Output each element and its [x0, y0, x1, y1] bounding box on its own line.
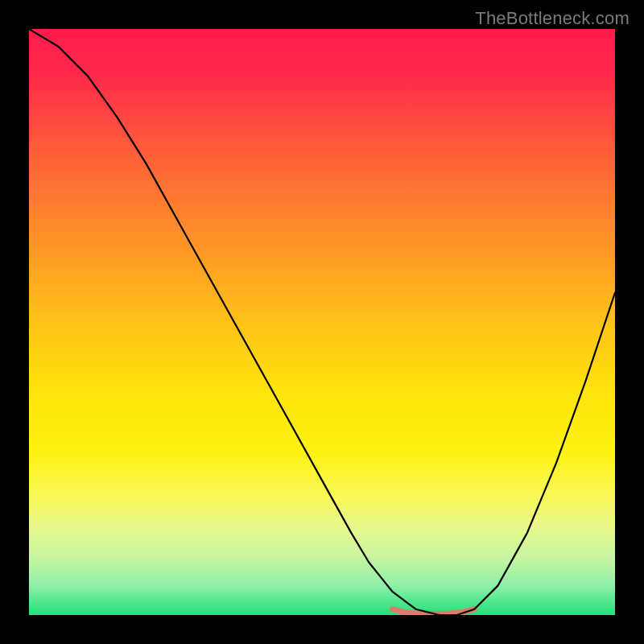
curve-layer [29, 29, 615, 615]
curve-line [29, 29, 615, 615]
chart-frame: TheBottleneck.com [0, 0, 644, 644]
plot-area [29, 29, 615, 615]
watermark-text: TheBottleneck.com [475, 8, 630, 29]
